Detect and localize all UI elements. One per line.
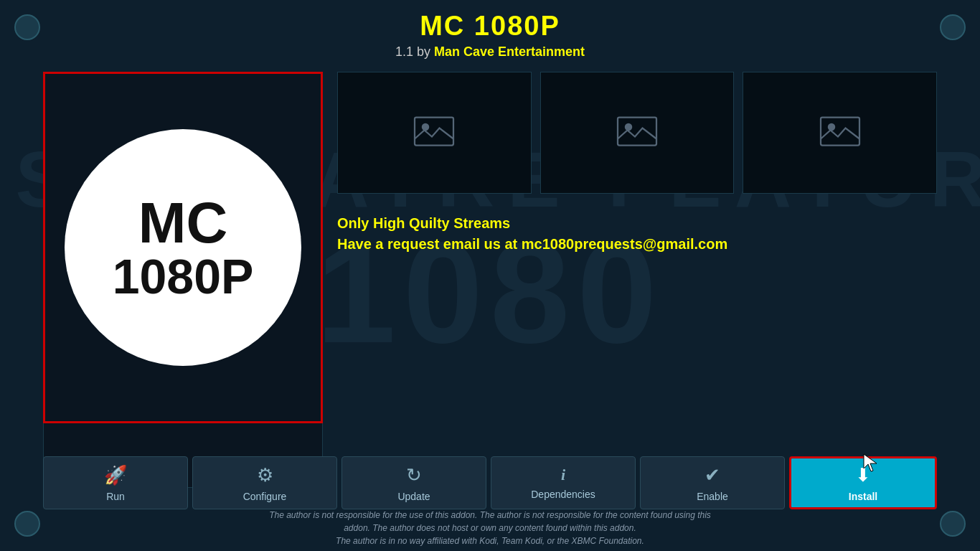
screenshots-row xyxy=(337,72,937,194)
main-content: MC 1080P xyxy=(43,72,937,458)
toolbar: 🚀 Run ⚙ Configure ↻ Update i Dependencie… xyxy=(43,454,937,512)
corner-decoration-tl xyxy=(14,14,40,40)
screenshot-3[interactable] xyxy=(743,72,937,194)
corner-decoration-br xyxy=(940,511,966,537)
enable-icon: ✔ xyxy=(705,464,720,486)
screenshot-1-placeholder xyxy=(413,113,456,152)
install-label: Install xyxy=(849,491,877,502)
logo-line2: 1080P xyxy=(113,252,254,301)
logo-area: MC 1080P xyxy=(43,72,323,423)
version-text: 1.1 by xyxy=(395,44,434,59)
dependencies-icon: i xyxy=(561,466,565,484)
addon-subtitle: 1.1 by Man Cave Entertainment xyxy=(0,44,980,60)
configure-button[interactable]: ⚙ Configure xyxy=(192,456,337,509)
footer-line2: addon. The author does not host or own a… xyxy=(344,523,636,533)
footer-line3: The author is in no way affiliated with … xyxy=(336,536,644,546)
configure-label: Configure xyxy=(243,491,287,502)
corner-decoration-bl xyxy=(14,511,40,537)
right-area: Only High Quilty Streams Have a request … xyxy=(323,72,937,488)
install-icon: ⬇ xyxy=(855,464,871,486)
screenshot-1[interactable] xyxy=(337,72,532,194)
svg-point-3 xyxy=(625,123,633,131)
footer-line1: The author is not responsible for the us… xyxy=(269,510,711,520)
addon-title: MC 1080P xyxy=(0,11,980,42)
description-line2: Have a request email us at mc1080preques… xyxy=(337,236,937,253)
corner-decoration-tr xyxy=(940,14,966,40)
enable-label: Enable xyxy=(697,491,728,502)
configure-icon: ⚙ xyxy=(257,464,273,486)
description-area: Only High Quilty Streams Have a request … xyxy=(337,208,937,264)
header: MC 1080P 1.1 by Man Cave Entertainment xyxy=(0,0,980,60)
svg-rect-4 xyxy=(821,118,859,146)
enable-button[interactable]: ✔ Enable xyxy=(640,456,785,509)
author-name: Man Cave Entertainment xyxy=(434,44,585,59)
svg-point-5 xyxy=(827,123,835,131)
logo-circle: MC 1080P xyxy=(65,129,301,366)
update-icon: ↻ xyxy=(406,464,422,486)
dependencies-label: Dependencies xyxy=(531,489,595,500)
svg-point-1 xyxy=(422,123,430,131)
run-label: Run xyxy=(106,491,125,502)
content-row: MC 1080P xyxy=(43,72,937,488)
install-button[interactable]: ⬇ Install xyxy=(789,456,937,509)
logo-container: MC 1080P xyxy=(43,72,323,488)
screenshot-3-placeholder xyxy=(819,113,862,152)
update-label: Update xyxy=(397,491,430,502)
screenshot-2[interactable] xyxy=(540,72,735,194)
dependencies-button[interactable]: i Dependencies xyxy=(491,456,636,509)
logo-line1: MC xyxy=(138,194,227,252)
run-button[interactable]: 🚀 Run xyxy=(43,456,188,509)
update-button[interactable]: ↻ Update xyxy=(341,456,486,509)
screenshot-2-placeholder xyxy=(616,113,659,152)
description-line1: Only High Quilty Streams xyxy=(337,215,937,232)
run-icon: 🚀 xyxy=(104,464,127,486)
footer-disclaimer: The author is not responsible for the us… xyxy=(143,509,837,547)
svg-rect-2 xyxy=(618,118,656,146)
svg-rect-0 xyxy=(415,118,453,146)
